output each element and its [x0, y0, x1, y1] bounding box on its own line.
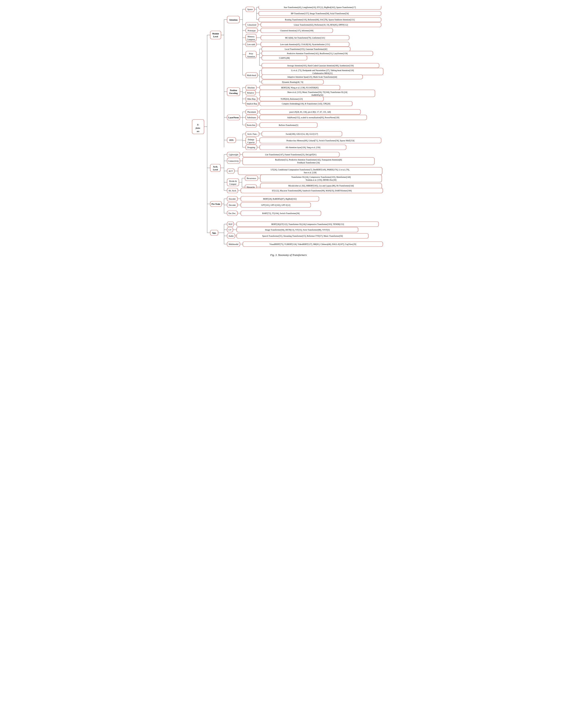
svg-rect-7 — [210, 31, 221, 39]
svg-text:Transformer-XL[24], Compressiv: Transformer-XL[24], Compressive Transfor… — [291, 176, 351, 178]
svg-text:Recurrence: Recurrence — [247, 177, 256, 179]
substitutes-leaf: AdaNorm[152], scaled ℓ₂ normalization[93… — [260, 115, 367, 120]
absolute-leaf: BERT[28], Wang et al. [138], FLOATER[85] — [260, 85, 340, 90]
svg-text:X-: X- — [197, 124, 199, 126]
svg-text:Speech Transformer[31], Stream: Speech Transformer[31], Streaming Transf… — [262, 235, 343, 237]
svg-text:form-: form- — [195, 127, 200, 129]
svg-text:Norm-free: Norm-free — [247, 124, 256, 126]
substitutes-node: Substitutes — [246, 115, 258, 120]
svg-text:BERT[28], RoBERTa[87], BigBird: BERT[28], RoBERTa[87], BigBird[162] — [263, 198, 297, 200]
encoder-node: Encoder — [227, 196, 237, 201]
svg-text:Adaptive Attention Span[125], : Adaptive Attention Span[125], Multi-Scal… — [287, 76, 337, 78]
svg-text:Alt. Arch.: Alt. Arch. — [228, 189, 237, 192]
svg-text:Hierarchy: Hierarchy — [247, 186, 255, 188]
figure-caption: Fig. 3. Taxonomy of Transformers — [192, 253, 385, 257]
lightweight-leaf: Lite Transformer[147], Funnel Transforme… — [242, 152, 339, 157]
sparse-leaf3: Routing Transformer[110], Reformer[66], … — [259, 18, 381, 22]
enlarge-cap-leaf: Product-key Memory[69], Gshard[71], Swit… — [260, 138, 381, 143]
connectivity-node: Connectivity — [227, 158, 240, 163]
position-encoding-node: Position Encoding — [227, 87, 240, 96]
lightweight-node: Lighweight — [227, 152, 240, 157]
attention-node: Attention — [227, 16, 239, 23]
svg-text:Capacity: Capacity — [247, 141, 255, 144]
app-node: App. — [210, 230, 218, 235]
svg-text:Pre-Train: Pre-Train — [211, 203, 220, 205]
multimodal-leaf: VisualBERT[75], VLBERT[124], VideoBERT[1… — [243, 242, 383, 246]
module-level-node: Module Level — [210, 31, 221, 39]
implicit-rep-node: Implicit Rep. — [246, 101, 258, 106]
svg-text:Absolute: Absolute — [247, 86, 255, 89]
svg-text:VisualBERT[75], VLBERT[124], V: VisualBERT[75], VLBERT[124], VideoBERT[1… — [269, 243, 356, 245]
svg-text:Shaw et al. [115], Music Trans: Shaw et al. [115], Music Transformer[56]… — [287, 91, 347, 93]
act-leaf: UT[26], Conditional Computation Transfor… — [238, 167, 382, 175]
sparse-leaf2: BP-Transformer[157], Image Transformer[9… — [259, 11, 381, 16]
svg-text:Multi-head: Multi-head — [247, 74, 256, 76]
svg-text:Module: Module — [212, 32, 219, 35]
svg-text:Predictive Attention Transform: Predictive Attention Transformer[142], R… — [287, 52, 348, 55]
svg-text:CAMTL[98]: CAMTL[98] — [279, 57, 290, 59]
other-rep-node: Other Rep. — [246, 97, 257, 101]
svg-text:Decoder: Decoder — [229, 204, 236, 206]
sparse-node: Sparse — [246, 7, 254, 12]
caption-text: Fig. 3. Taxonomy of Transformers — [270, 253, 307, 257]
svg-text:Realformer[51], Predictive Att: Realformer[51], Predictive Attention Tra… — [275, 159, 342, 161]
memory-compress-leaf: MCA[84], Set Transformer[70], Linformer[… — [261, 35, 349, 40]
svg-text:Collaborative MHA[21]: Collaborative MHA[21] — [313, 72, 333, 74]
svg-text:BART[72], T5[104], Switch Tran: BART[72], T5[104], Switch Transformer[36… — [262, 212, 299, 214]
svg-text:FFN: FFN — [229, 139, 234, 141]
svg-text:All-Attention layer[126], Yang: All-Attention layer[126], Yang et al. [1… — [285, 146, 320, 149]
svg-text:Encoder: Encoder — [229, 198, 236, 200]
svg-text:Attention: Attention — [229, 19, 238, 21]
prior-attn-leaf4: Average Attention[163], Hard-Coded Gauss… — [262, 63, 379, 68]
svg-text:LayerNorm: LayerNorm — [228, 116, 239, 119]
multihead-leaf3: Dynamic Routing[40, 74] — [262, 80, 323, 84]
nlp-node: NLP — [227, 222, 234, 227]
layernorm-node: LayerNorm — [227, 115, 240, 120]
enc-dec-leaf: BART[72], T5[104], Switch Transformer[36… — [241, 211, 321, 216]
svg-text:ACT: ACT — [229, 170, 233, 172]
svg-text:DeBERTa[50]: DeBERTa[50] — [311, 94, 323, 96]
svg-text:BP-Transformer[157], Image Tra: BP-Transformer[157], Image Transformer[9… — [291, 12, 349, 15]
act-node: ACT — [227, 168, 234, 174]
prior-attention-node: Prior Attention — [246, 51, 256, 58]
svg-text:Feedback Transformer [34]: Feedback Transformer [34] — [297, 161, 320, 164]
svg-text:Local Transformer[155], Gaussi: Local Transformer[155], Gaussian Transfo… — [285, 48, 327, 50]
svg-text:Low-rank Attention[45], CSALR[: Low-rank Attention[45], CSALR[16], Nystr… — [280, 43, 330, 46]
svg-text:Swish[106], GELU[14, 28], GLU[: Swish[106], GELU[14, 28], GLU[117] — [286, 133, 318, 135]
absolute-node: Absolute — [246, 85, 256, 90]
svg-text:ReZero-Transformer[5]: ReZero-Transformer[5] — [279, 124, 298, 126]
linearized-node: Linearized — [246, 22, 258, 27]
svg-text:Low-rank: Low-rank — [247, 43, 255, 46]
sparse-leaf1: Star-Transformer[43], Longformer[10], ET… — [259, 6, 381, 9]
enlarge-cap-node: Enlarge Capacity — [246, 137, 256, 144]
svg-text:Arch.: Arch. — [213, 165, 218, 168]
tree-wrapper: .box { fill: white; stroke: #c0392b; str… — [190, 4, 387, 259]
svg-rect-90 — [227, 87, 240, 96]
prototype-node: Prototype — [246, 28, 258, 33]
linearized-leaf: Linear Transformer[62], Performer[18, 19… — [261, 22, 381, 27]
svg-text:Dropping: Dropping — [247, 146, 255, 149]
lowrank-leaf: Low-rank Attention[45], CSALR[16], Nystr… — [261, 42, 349, 47]
arch-level-node: Arch. Level — [210, 164, 220, 172]
svg-text:Position: Position — [230, 89, 237, 92]
svg-text:Average Attention[163], Hard-C: Average Attention[163], Hard-Coded Gauss… — [287, 64, 354, 67]
svg-text:Multimodal: Multimodal — [229, 243, 238, 245]
svg-text:Star-Transformer[43], Longform: Star-Transformer[43], Longformer[10], ET… — [284, 6, 356, 8]
svg-text:Sun et al. [128]: Sun et al. [128] — [304, 172, 316, 174]
svg-text:Relative: Relative — [247, 92, 254, 94]
svg-text:ers: ers — [197, 130, 199, 132]
svg-text:Dynamic Routing[40, 74]: Dynamic Routing[40, 74] — [282, 81, 303, 83]
prior-attn-leaf3: CAMTL[98] — [262, 56, 307, 60]
svg-text:Divide &: Divide & — [229, 180, 237, 182]
implicit-rep-leaf: Complex Embedding[139], R-Transformer [1… — [260, 101, 352, 106]
svg-text:Activ. Func.: Activ. Func. — [247, 133, 257, 135]
svg-text:UT[26], Conditional Computatio: UT[26], Conditional Computation Transfor… — [270, 168, 349, 171]
prior-attn-leaf1: Local Transformer[155], Gaussian Transfo… — [262, 47, 350, 51]
svg-text:Image Transformer[94], DETR[13: Image Transformer[94], DETR[13], ViT[33]… — [265, 229, 330, 231]
svg-text:Level: Level — [213, 35, 218, 38]
alt-arch-leaf: ET[122], Macaron Transformer[89], Sandwi… — [241, 188, 383, 193]
other-rep-leaf: TUPE[63], Roformer[123] — [260, 97, 323, 101]
activ-func-node: Activ. Func. — [246, 131, 259, 136]
svg-text:Lighweight: Lighweight — [229, 154, 238, 156]
encoder-leaf: BERT[28], RoBERTa[87], BigBird[162] — [241, 196, 319, 201]
